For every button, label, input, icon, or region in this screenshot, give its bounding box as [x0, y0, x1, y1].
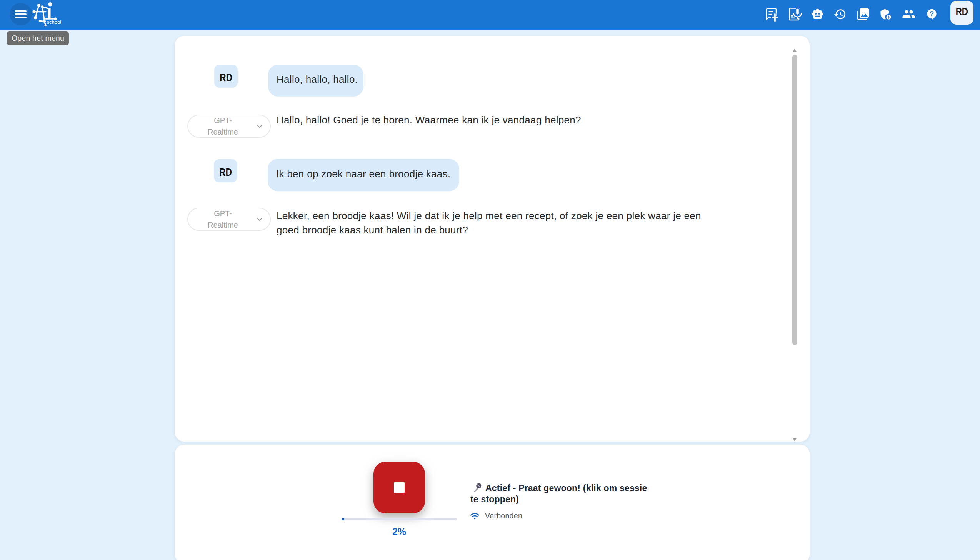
- svg-text:?: ?: [930, 10, 934, 18]
- svg-text:school: school: [47, 19, 62, 25]
